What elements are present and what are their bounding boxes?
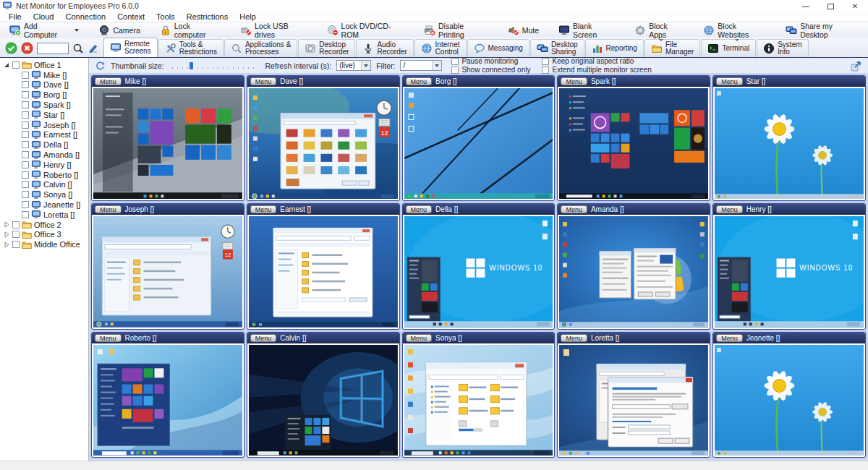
toolbar-button-block-apps[interactable]: Block Apps [628,21,690,40]
tile-borg[interactable]: MenuBorg [] [402,75,556,201]
tile-mike[interactable]: MenuMike [] [91,75,244,201]
tile-menu-button[interactable]: Menu [406,77,433,85]
refresh-icon[interactable] [95,60,106,71]
member-checkbox[interactable] [22,171,29,179]
member-checkbox[interactable] [22,201,29,208]
tile-henry[interactable]: MenuHenry []WINDOWS 10 [712,203,866,329]
tree-member-loretta[interactable]: Loretta [] [0,210,88,220]
toolbar-button-mute[interactable]: Mute [501,24,545,37]
menu-context[interactable]: Context [111,12,150,21]
member-checkbox[interactable] [22,141,29,148]
tree-member-calvin[interactable]: Calvin [] [0,180,88,190]
refresh-interval-select[interactable]: (live) [336,60,371,71]
search-icon[interactable] [72,43,84,54]
chevron-down-icon[interactable] [735,39,739,41]
tree-member-star[interactable]: Star [] [0,110,88,120]
tile-menu-button[interactable]: Menu [406,334,433,342]
chevron-down-icon[interactable] [659,39,663,41]
menu-tools[interactable]: Tools [150,12,181,21]
tile-amanda[interactable]: MenuAmanda [] [557,203,710,329]
tile-menu-button[interactable]: Menu [561,77,587,85]
tree-member-henry[interactable]: Henry [] [0,160,88,170]
tree-member-jeanette[interactable]: Jeanette [] [0,200,88,210]
remote-screen-sonya[interactable] [404,345,553,456]
member-checkbox[interactable] [22,191,29,198]
tab-tools-restrictions[interactable]: Tools &Restrictions [158,39,224,57]
tile-sonya[interactable]: MenuSonya [] [402,332,556,458]
menu-help[interactable]: Help [234,12,262,21]
tab-terminal[interactable]: Terminal [701,39,756,57]
tree-group-office-3[interactable]: Office 3 [0,230,88,240]
tile-menu-button[interactable]: Menu [561,334,587,342]
tab-desktop-sharing[interactable]: DesktopSharing [530,39,584,57]
tree-member-earnest[interactable]: Earnest [] [0,130,88,140]
remote-screen-star[interactable] [715,88,864,199]
expand-arrow-icon[interactable] [2,241,10,249]
group-checkbox[interactable] [12,221,20,228]
member-checkbox[interactable] [22,181,29,188]
member-checkbox[interactable] [22,131,29,138]
tree-member-roberto[interactable]: Roberto [] [0,170,88,180]
tile-menu-button[interactable]: Menu [250,77,277,85]
expand-arrow-icon[interactable] [2,231,10,239]
remote-screen-joseph[interactable]: 12 [93,216,242,327]
member-checkbox[interactable] [22,72,29,79]
group-checkbox[interactable] [12,231,20,238]
tree-group-office-2[interactable]: Office 2 [0,220,88,230]
toolbar-button-add-computer[interactable]: Add Computer [3,21,85,40]
tab-internet-control[interactable]: InternetControl [414,39,467,57]
member-checkbox[interactable] [22,161,29,168]
menu-cloud[interactable]: Cloud [27,12,60,21]
checkbox-box[interactable] [451,58,459,65]
remote-screen-loretta[interactable] [559,345,708,456]
checkbox-box[interactable] [451,67,459,74]
tab-messaging[interactable]: Messaging [467,39,529,57]
tab-system-info[interactable]: SystemInfo [757,39,808,57]
tile-earnest[interactable]: MenuEarnest [] [247,203,400,329]
tile-spark[interactable]: MenuSpark [] [557,75,710,201]
member-checkbox[interactable] [22,121,29,129]
toolbar-button-lock-computer[interactable]: Lock computer [153,21,227,40]
member-checkbox[interactable] [22,151,29,158]
tab-audio-recorder[interactable]: AudioRecorder [356,39,413,57]
group-checkbox[interactable] [12,241,20,248]
checkbox-box[interactable] [542,58,549,65]
remote-screen-roberto[interactable] [93,345,242,456]
connect-icon[interactable] [5,42,17,54]
member-checkbox[interactable] [22,101,29,108]
tile-menu-button[interactable]: Menu [250,334,277,342]
disconnect-icon[interactable] [21,42,33,54]
tree-member-della[interactable]: Della [] [0,140,88,150]
menu-connection[interactable]: Connection [59,12,111,21]
tile-menu-button[interactable]: Menu [95,205,122,213]
tile-menu-button[interactable]: Menu [250,205,277,213]
checkbox-show-connected-only[interactable]: Show connected only [451,66,530,74]
tile-menu-button[interactable]: Menu [561,205,587,213]
tile-calvin[interactable]: MenuCalvin [] [247,332,400,458]
tile-roberto[interactable]: MenuRoberto [] [91,332,244,458]
tab-desktop-recorder[interactable]: DesktopRecorder [298,39,355,57]
tile-della[interactable]: MenuDella []WINDOWS 10 [402,203,556,329]
tree-member-dave[interactable]: Dave [] [0,80,88,90]
toolbar-button-lock-dvd-cd-rom[interactable]: Lock DVD/CD-ROM [320,21,411,40]
tile-jeanette[interactable]: MenuJeanette [] [712,332,866,458]
tree-group-office-1[interactable]: Office 1 [0,60,88,70]
toolbar-button-lock-usb-drives[interactable]: Lock USB drives [234,21,314,40]
toolbar-button-share-my-desktop[interactable]: Share my Desktop [779,21,865,40]
checkbox-extend-multiple-monitor-screen[interactable]: Extend multiple monitor screen [542,66,651,74]
tile-menu-button[interactable]: Menu [406,205,433,213]
remote-screen-jeanette[interactable] [715,345,864,456]
close-button-icon[interactable]: ✕ [851,2,859,10]
group-checkbox[interactable] [12,61,20,69]
tree-group-middle-office[interactable]: Middle Office [0,239,88,249]
tile-joseph[interactable]: MenuJoseph []12 [91,203,244,329]
tree-member-joseph[interactable]: Joseph [] [0,120,88,130]
tile-menu-button[interactable]: Menu [716,205,743,213]
minimize-button-icon[interactable] [801,2,810,10]
remote-screen-dave[interactable]: 12 [249,88,398,199]
tile-star[interactable]: MenuStar [] [712,75,866,201]
remote-screen-calvin[interactable] [249,345,398,456]
tile-menu-button[interactable]: Menu [716,334,743,342]
menu-restrictions[interactable]: Restrictions [181,12,234,21]
tile-menu-button[interactable]: Menu [95,334,122,342]
